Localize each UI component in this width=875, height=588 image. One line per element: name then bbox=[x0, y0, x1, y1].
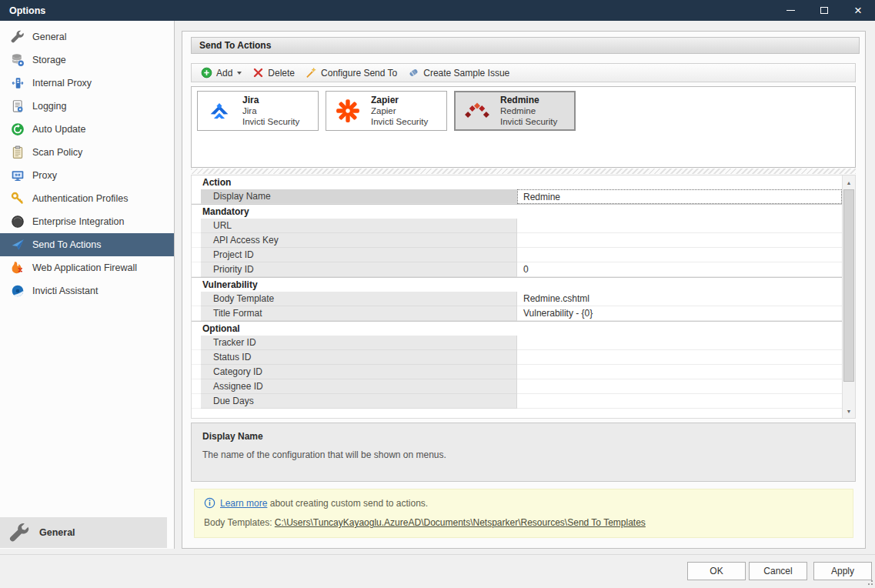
card-vendor: Invicti Security bbox=[371, 116, 428, 127]
add-button-label: Add bbox=[216, 68, 232, 79]
row-gutter bbox=[192, 365, 201, 379]
sidebar-item-label: Authentication Profiles bbox=[32, 193, 128, 204]
minimize-button[interactable] bbox=[773, 0, 807, 21]
grid-section-action: Action bbox=[192, 175, 842, 189]
auto-update-icon bbox=[11, 122, 25, 136]
grid-value-priority-id[interactable]: 0 bbox=[517, 262, 842, 277]
card-redmine[interactable]: RedmineRedmineInvicti Security bbox=[454, 91, 576, 131]
grid-section-optional: Optional bbox=[192, 321, 842, 336]
grid-row-title-format[interactable]: Title FormatVulnerability - {0} bbox=[192, 306, 842, 321]
delete-button-label: Delete bbox=[268, 68, 295, 79]
ok-button[interactable]: OK bbox=[687, 562, 746, 580]
add-button[interactable]: Add bbox=[195, 65, 247, 81]
internal-proxy-icon bbox=[11, 76, 25, 90]
grid-label: Due Days bbox=[201, 394, 517, 409]
grid-section-vulnerability: Vulnerability bbox=[192, 277, 842, 292]
row-gutter bbox=[192, 189, 201, 204]
grid-row-category-id[interactable]: Category ID bbox=[192, 365, 842, 379]
sidebar-item-proxy[interactable]: Proxy bbox=[0, 164, 174, 187]
sidebar-item-label: Auto Update bbox=[32, 124, 86, 135]
sidebar-item-authentication-profiles[interactable]: Authentication Profiles bbox=[0, 187, 174, 210]
grid-row-status-id[interactable]: Status ID bbox=[192, 350, 842, 365]
card-jira[interactable]: JiraJiraInvicti Security bbox=[197, 91, 319, 131]
grid-value-project-id[interactable] bbox=[517, 248, 842, 262]
toolbar: Add Delete Configure Send To Create Samp… bbox=[191, 63, 856, 82]
body-templates-path-link[interactable]: C:\Users\TuncayKayaoglu.AzureAD\Document… bbox=[275, 517, 646, 528]
create-sample-issue-button[interactable]: Create Sample Issue bbox=[402, 65, 515, 81]
delete-button[interactable]: Delete bbox=[247, 65, 300, 81]
sidebar-item-enterprise-integration[interactable]: Enterprise Integration bbox=[0, 210, 174, 233]
sidebar-footer-general[interactable]: General bbox=[0, 517, 167, 548]
card-zapier[interactable]: ZapierZapierInvicti Security bbox=[326, 91, 447, 131]
maximize-button[interactable] bbox=[807, 0, 841, 21]
sidebar-item-send-to-actions[interactable]: Send To Actions bbox=[0, 233, 174, 256]
grid-row-api-access-key[interactable]: API Access Key bbox=[192, 233, 842, 248]
close-button[interactable]: × bbox=[841, 0, 875, 21]
grid-label: Tracker ID bbox=[201, 336, 517, 350]
grid-value-due-days[interactable] bbox=[517, 394, 842, 409]
row-gutter bbox=[192, 306, 201, 321]
row-gutter bbox=[192, 233, 201, 248]
group-header: Send To Actions bbox=[191, 37, 860, 54]
sidebar-item-web-application-firewall[interactable]: Web Application Firewall bbox=[0, 256, 174, 279]
grid-value-category-id[interactable] bbox=[517, 365, 842, 379]
maximize-icon bbox=[820, 7, 828, 14]
grid-value-tracker-id[interactable] bbox=[517, 336, 842, 350]
card-text: RedmineRedmineInvicti Security bbox=[500, 95, 557, 127]
sidebar-item-internal-proxy[interactable]: Internal Proxy bbox=[0, 72, 174, 95]
sidebar-item-label: Storage bbox=[32, 55, 66, 65]
paper-plane-icon bbox=[11, 238, 25, 252]
sidebar-item-storage[interactable]: Storage bbox=[0, 48, 174, 72]
row-gutter bbox=[192, 350, 201, 365]
grid-value-display-name[interactable]: Redmine bbox=[517, 189, 842, 204]
grid-value-assignee-id[interactable] bbox=[517, 379, 842, 394]
grid-value-title-format[interactable]: Vulnerability - {0} bbox=[517, 306, 842, 321]
grid-label: API Access Key bbox=[201, 233, 517, 248]
grid-label: URL bbox=[201, 219, 517, 233]
grid-label: Title Format bbox=[201, 306, 517, 321]
sidebar-item-general[interactable]: General bbox=[0, 25, 174, 48]
scroll-up-arrow[interactable]: ▲ bbox=[843, 176, 855, 189]
grid-row-due-days[interactable]: Due Days bbox=[192, 394, 842, 409]
row-gutter bbox=[192, 379, 201, 394]
sidebar-item-scan-policy[interactable]: Scan Policy bbox=[0, 141, 174, 164]
property-grid: ActionDisplay NameRedmineMandatoryURLAPI… bbox=[191, 175, 856, 419]
splitter-handle[interactable] bbox=[191, 169, 856, 174]
storage-icon bbox=[11, 53, 25, 67]
window-title: Options bbox=[9, 5, 45, 16]
grid-value-body-template[interactable]: Redmine.cshtml bbox=[517, 292, 842, 306]
grid-label: Project ID bbox=[201, 248, 517, 262]
cancel-button[interactable]: Cancel bbox=[749, 562, 807, 580]
property-description-text: The name of the configuration that will … bbox=[202, 449, 844, 460]
grid-value-url[interactable] bbox=[517, 219, 842, 233]
resize-grip[interactable] bbox=[867, 579, 873, 585]
property-description-title: Display Name bbox=[202, 431, 844, 442]
grid-row-tracker-id[interactable]: Tracker ID bbox=[192, 336, 842, 350]
grid-row-url[interactable]: URL bbox=[192, 219, 842, 233]
sidebar-list: GeneralStorageInternal ProxyLoggingAuto … bbox=[0, 21, 174, 302]
configure-send-to-button[interactable]: Configure Send To bbox=[300, 65, 402, 81]
grid-row-assignee-id[interactable]: Assignee ID bbox=[192, 379, 842, 394]
scroll-down-arrow[interactable]: ▼ bbox=[843, 405, 855, 417]
sidebar-item-auto-update[interactable]: Auto Update bbox=[0, 118, 174, 141]
grid-row-display-name[interactable]: Display NameRedmine bbox=[192, 189, 842, 204]
sidebar-item-label: Web Application Firewall bbox=[32, 262, 137, 273]
apply-button[interactable]: Apply bbox=[813, 562, 872, 580]
grid-value-api-access-key[interactable] bbox=[517, 233, 842, 248]
sidebar-item-invicti-assistant[interactable]: Invicti Assistant bbox=[0, 279, 174, 302]
grid-row-project-id[interactable]: Project ID bbox=[192, 248, 842, 262]
grid-value-status-id[interactable] bbox=[517, 350, 842, 365]
row-gutter bbox=[192, 219, 201, 233]
sidebar-item-logging[interactable]: Logging bbox=[0, 95, 174, 118]
property-grid-body: ActionDisplay NameRedmineMandatoryURLAPI… bbox=[192, 175, 842, 418]
vertical-scrollbar[interactable]: ▲ ▼ bbox=[842, 175, 855, 418]
grid-row-priority-id[interactable]: Priority ID0 bbox=[192, 262, 842, 277]
close-icon: × bbox=[854, 7, 862, 15]
learn-more-link[interactable]: Learn more bbox=[220, 498, 267, 509]
assistant-globe-icon bbox=[11, 284, 25, 298]
scrollbar-thumb[interactable] bbox=[843, 189, 854, 382]
sidebar-item-label: Invicti Assistant bbox=[32, 286, 98, 296]
add-icon bbox=[201, 67, 212, 79]
wrench-icon bbox=[9, 523, 30, 543]
grid-row-body-template[interactable]: Body TemplateRedmine.cshtml bbox=[192, 292, 842, 306]
